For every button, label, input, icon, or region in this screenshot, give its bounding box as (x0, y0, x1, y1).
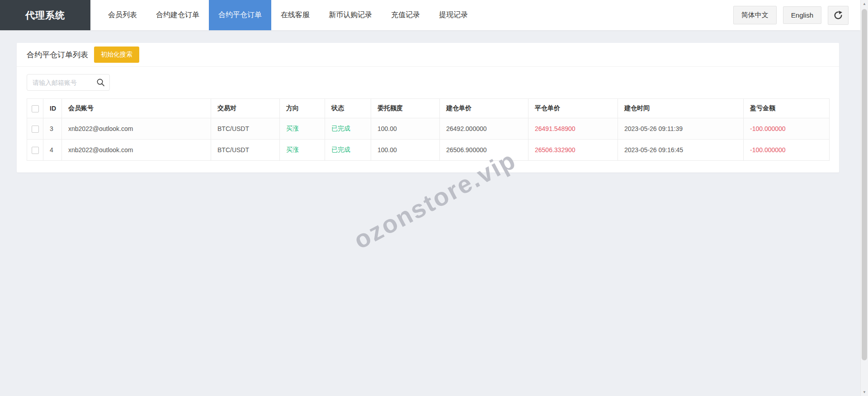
cell-open-price: 26492.000000 (440, 118, 528, 140)
table-row: 3xnb2022@outlook.comBTC/USDT买涨已完成100.002… (27, 118, 830, 140)
nav-tab[interactable]: 充值记录 (382, 0, 429, 30)
cell-account: xnb2022@outlook.com (62, 118, 211, 140)
scroll-down-icon[interactable]: ▼ (861, 388, 868, 396)
column-header: 建仓时间 (618, 99, 744, 118)
row-checkbox[interactable] (32, 147, 39, 154)
scroll-up-icon[interactable]: ▲ (861, 0, 868, 8)
cell-profit: -100.000000 (744, 140, 830, 161)
nav-tab[interactable]: 会员列表 (99, 0, 146, 30)
lang-button-simplified-chinese[interactable]: 简体中文 (733, 6, 777, 24)
cell-direction: 买涨 (280, 118, 325, 140)
logout-button[interactable] (828, 6, 849, 25)
page-scrollbar[interactable]: ▲ ▼ (860, 0, 868, 396)
app-logo: 代理系统 (0, 0, 90, 30)
cell-close-price: 26506.332900 (528, 140, 618, 161)
column-header: 建仓单价 (440, 99, 528, 118)
nav-tab[interactable]: 合约建仓订单 (146, 0, 209, 30)
column-header: 会员账号 (62, 99, 211, 118)
select-all-checkbox[interactable] (32, 105, 39, 112)
table-header-row: ID会员账号交易对方向状态委托额度建仓单价平仓单价建仓时间盈亏金额 (27, 99, 830, 118)
cell-open-time: 2023-05-26 09:11:39 (618, 118, 744, 140)
cell-direction: 买涨 (280, 140, 325, 161)
panel-header: 合约平仓订单列表 初始化搜索 (17, 43, 839, 67)
column-header: 委托额度 (371, 99, 440, 118)
cell-open-price: 26506.900000 (440, 140, 528, 161)
cell-account: xnb2022@outlook.com (62, 140, 211, 161)
cell-open-time: 2023-05-26 09:16:45 (618, 140, 744, 161)
column-header: 平仓单价 (528, 99, 618, 118)
cell-pair: BTC/USDT (211, 140, 280, 161)
cell-status: 已完成 (325, 140, 371, 161)
column-header: 盈亏金额 (744, 99, 830, 118)
lang-button-english[interactable]: English (783, 6, 821, 24)
orders-table: ID会员账号交易对方向状态委托额度建仓单价平仓单价建仓时间盈亏金额 3xnb20… (27, 98, 830, 161)
logout-icon (833, 10, 843, 20)
cell-id: 4 (43, 140, 62, 161)
page-title: 合约平仓订单列表 (27, 50, 88, 60)
nav-tab[interactable]: 合约平仓订单 (209, 0, 271, 30)
main-nav: 会员列表合约建仓订单合约平仓订单在线客服新币认购记录充值记录提现记录 (99, 0, 477, 30)
column-header: ID (43, 99, 62, 118)
row-checkbox[interactable] (32, 126, 39, 133)
column-header: 交易对 (211, 99, 280, 118)
nav-tab[interactable]: 新币认购记录 (319, 0, 382, 30)
cell-pair: BTC/USDT (211, 118, 280, 140)
nav-tab[interactable]: 提现记录 (429, 0, 477, 30)
cell-close-price: 26491.548900 (528, 118, 618, 140)
search-icon[interactable] (96, 78, 105, 87)
orders-panel: 合约平仓订单列表 初始化搜索 ID会员账号交易对方向状态委托额度建仓单价平仓单价… (17, 43, 839, 172)
cell-status: 已完成 (325, 118, 371, 140)
column-header: 状态 (325, 99, 371, 118)
panel-body: ID会员账号交易对方向状态委托额度建仓单价平仓单价建仓时间盈亏金额 3xnb20… (17, 67, 839, 161)
cell-profit: -100.000000 (744, 118, 830, 140)
table-row: 4xnb2022@outlook.comBTC/USDT买涨已完成100.002… (27, 140, 830, 161)
cell-amount: 100.00 (371, 118, 440, 140)
search-box (27, 74, 110, 91)
cell-id: 3 (43, 118, 62, 140)
top-header: 代理系统 会员列表合约建仓订单合约平仓订单在线客服新币认购记录充值记录提现记录 … (0, 0, 860, 30)
cell-amount: 100.00 (371, 140, 440, 161)
column-header: 方向 (280, 99, 325, 118)
nav-tab[interactable]: 在线客服 (271, 0, 319, 30)
scrollbar-thumb[interactable] (862, 9, 867, 360)
header-actions: 简体中文 English (733, 0, 860, 30)
init-search-button[interactable]: 初始化搜索 (94, 47, 139, 63)
